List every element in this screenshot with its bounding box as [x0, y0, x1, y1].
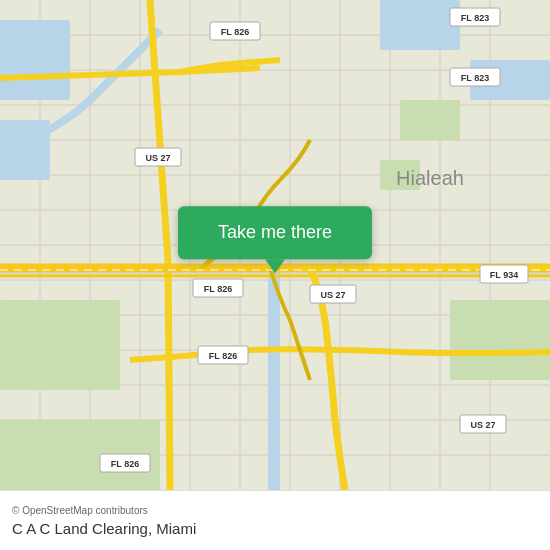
svg-text:FL 823: FL 823: [461, 13, 489, 23]
map-container: FL 826 FL 823 FL 823 US 27 FL 826 US 27 …: [0, 0, 550, 490]
take-me-there-overlay: Take me there: [178, 206, 372, 273]
svg-text:US 27: US 27: [470, 420, 495, 430]
svg-rect-24: [0, 20, 70, 100]
svg-text:US 27: US 27: [145, 153, 170, 163]
svg-text:FL 826: FL 826: [209, 351, 237, 361]
svg-rect-32: [450, 300, 550, 380]
svg-text:FL 826: FL 826: [221, 27, 249, 37]
footer: © OpenStreetMap contributors C A C Land …: [0, 490, 550, 550]
svg-rect-30: [0, 300, 120, 390]
svg-rect-33: [400, 100, 460, 140]
map-pin: [265, 259, 285, 273]
svg-text:US 27: US 27: [320, 290, 345, 300]
svg-rect-28: [268, 270, 280, 490]
svg-text:FL 826: FL 826: [111, 459, 139, 469]
svg-text:FL 823: FL 823: [461, 73, 489, 83]
attribution: © OpenStreetMap contributors: [12, 505, 538, 516]
svg-text:FL 826: FL 826: [204, 284, 232, 294]
take-me-there-button[interactable]: Take me there: [178, 206, 372, 259]
location-title: C A C Land Clearing, Miami: [12, 520, 538, 537]
svg-rect-26: [380, 0, 460, 50]
svg-text:FL 934: FL 934: [490, 270, 518, 280]
svg-text:Hialeah: Hialeah: [396, 167, 464, 189]
